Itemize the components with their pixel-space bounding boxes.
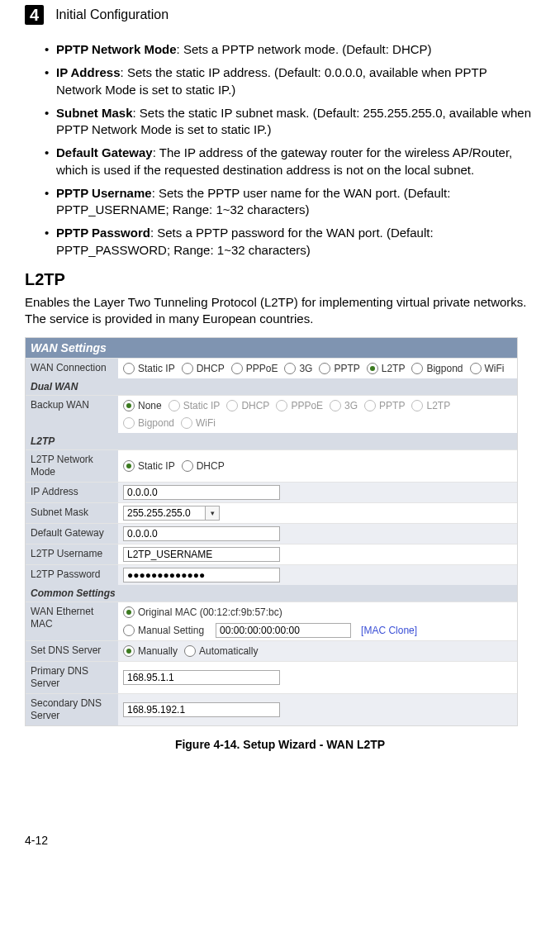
set-dns-value: ManuallyAutomatically [118,641,517,661]
mac-clone-link[interactable]: [MAC Clone] [361,625,417,636]
manual-mac-input[interactable] [216,623,351,638]
l2tp-password-input[interactable] [123,568,280,582]
subnet-mask-label: Subnet Mask [26,503,118,523]
wan-settings-panel: WAN Settings WAN Connection Static IPDHC… [25,337,518,726]
list-item: Default Gateway: The IP address of the g… [45,145,535,178]
ip-address-input[interactable] [123,485,280,500]
list-item: PPTP Username: Sets the PPTP user name f… [45,185,535,219]
primary-dns-input[interactable] [123,670,280,685]
radio-dhcp[interactable]: DHCP [182,459,225,473]
original-mac-radio[interactable]: Original MAC (00:12:cf:9b:57:bc) [123,605,282,620]
radio-automatically[interactable]: Automatically [184,644,258,659]
l2tp-password-label: L2TP Password [26,565,118,585]
default-gateway-label: Default Gateway [26,524,118,544]
page-header: 4 Initial Configuration [25,0,535,25]
list-item: IP Address: Sets the static IP address. … [45,64,535,98]
l2tp-title: L2TP [26,433,517,449]
subnet-mask-input[interactable] [123,506,205,521]
radio-wifi[interactable]: WiFi [470,361,505,376]
radio-pppoe[interactable]: PPPoE [276,398,323,413]
radio-bigpond[interactable]: Bigpond [411,361,463,376]
secondary-dns-input[interactable] [123,702,280,717]
wan-mac-label: WAN Ethernet MAC [26,602,118,640]
chapter-badge: 4 [25,5,44,25]
list-item: PPTP Network Mode: Sets a PPTP network m… [45,41,535,58]
common-settings-title: Common Settings [26,585,517,602]
figure-caption: Figure 4-14. Setup Wizard - WAN L2TP [25,738,535,751]
radio-static-ip[interactable]: Static IP [123,459,175,473]
radio-none[interactable]: None [123,398,162,413]
radio-pptp[interactable]: PPTP [364,398,405,413]
radio-dhcp[interactable]: DHCP [226,398,269,413]
radio-l2tp[interactable]: L2TP [411,398,450,413]
radio-3g[interactable]: 3G [284,361,312,376]
definition-list: PPTP Network Mode: Sets a PPTP network m… [25,41,535,259]
manual-mac-radio[interactable]: Manual Setting [123,623,204,638]
radio-static-ip[interactable]: Static IP [123,361,175,376]
section-intro: Enables the Layer Two Tunneling Protocol… [25,294,535,328]
radio-3g[interactable]: 3G [330,398,358,413]
page-number: 4-12 [25,834,535,847]
network-mode-label: L2TP Network Mode [26,450,118,482]
radio-pppoe[interactable]: PPPoE [231,361,278,376]
wan-connection-value: Static IPDHCPPPPoE3GPPTPL2TPBigpondWiFi [118,359,517,378]
radio-static-ip[interactable]: Static IP [168,398,221,413]
default-gateway-input[interactable] [123,526,280,541]
radio-bigpond[interactable]: Bigpond [123,416,174,430]
l2tp-username-label: L2TP Username [26,544,118,564]
subnet-dropdown-button[interactable]: ▾ [205,506,220,521]
radio-dhcp[interactable]: DHCP [182,361,225,376]
panel-title: WAN Settings [26,338,517,358]
wan-connection-label: WAN Connection [26,359,118,378]
l2tp-username-input[interactable] [123,547,280,562]
set-dns-label: Set DNS Server [26,641,118,661]
radio-wifi[interactable]: WiFi [181,416,216,430]
radio-l2tp[interactable]: L2TP [367,361,406,376]
backup-wan-label: Backup WAN [26,396,118,433]
network-mode-value: Static IPDHCP [118,450,517,482]
radio-manually[interactable]: Manually [123,644,178,659]
backup-wan-value: NoneStatic IPDHCPPPPoE3GPPTPL2TPBigpondW… [118,396,517,433]
radio-pptp[interactable]: PPTP [319,361,359,376]
primary-dns-label: Primary DNS Server [26,662,118,693]
dual-wan-title: Dual WAN [26,378,517,395]
list-item: PPTP Password: Sets a PPTP password for … [45,225,535,259]
secondary-dns-label: Secondary DNS Server [26,694,118,725]
section-heading: L2TP [25,270,535,289]
page-title: Initial Configuration [55,7,168,22]
list-item: Subnet Mask: Sets the static IP subnet m… [45,105,535,139]
ip-address-label: IP Address [26,483,118,502]
